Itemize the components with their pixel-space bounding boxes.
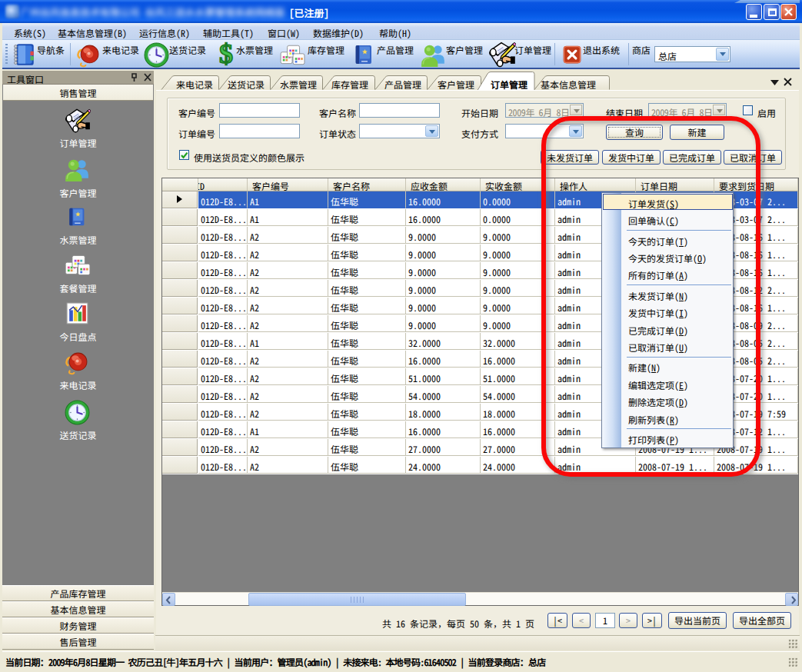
svg-text:$: $ xyxy=(219,41,233,67)
